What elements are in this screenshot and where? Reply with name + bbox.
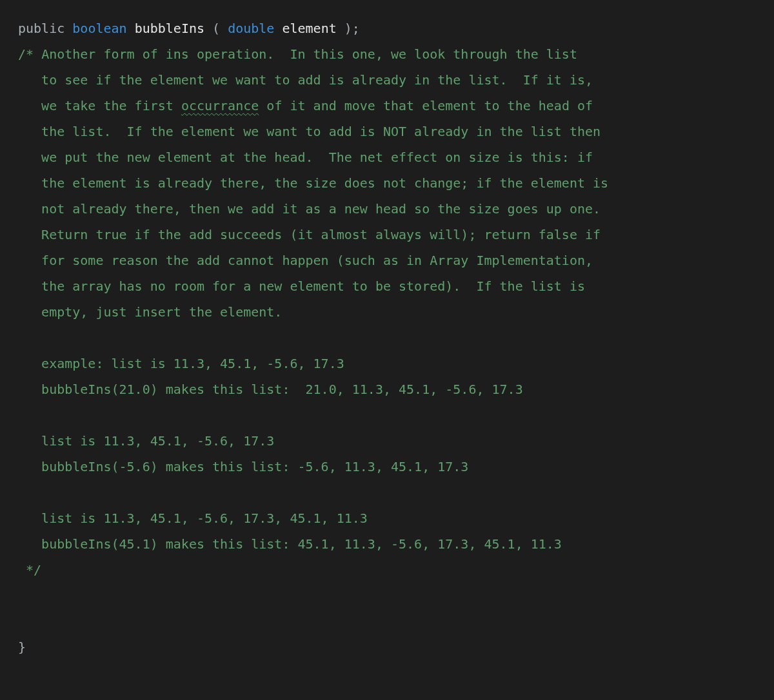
comment-line: bubbleIns(45.1) makes this list: 45.1, 1…: [18, 536, 562, 552]
comment-line: Another form of ins operation. In this o…: [41, 46, 577, 62]
rparen: ): [344, 21, 352, 36]
spellcheck-warning: occurrance: [181, 98, 259, 113]
comment-line: of it and move that element to the head …: [259, 98, 593, 113]
comment-line: we take the first: [18, 98, 181, 113]
comment-line: we put the new element at the head. The …: [18, 150, 593, 165]
comment-line: the list. If the element we want to add …: [18, 124, 600, 139]
comment-line: list is 11.3, 45.1, -5.6, 17.3, 45.1, 11…: [18, 510, 368, 526]
comment-line: for some reason the add cannot happen (s…: [18, 253, 593, 268]
comment-open: /*: [18, 46, 41, 62]
comment-line: empty, just insert the element.: [18, 304, 282, 320]
comment-line: the element is already there, the size d…: [18, 175, 608, 191]
method-name: bubbleIns: [135, 21, 204, 36]
lparen: (: [212, 21, 220, 36]
code-block: public boolean bubbleIns ( double elemen…: [0, 0, 774, 676]
comment-close: */: [18, 562, 41, 578]
keyword-boolean: boolean: [72, 21, 126, 36]
comment-line: to see if the element we want to add is …: [18, 72, 593, 88]
comment-line: list is 11.3, 45.1, -5.6, 17.3: [18, 433, 274, 449]
close-brace: }: [18, 639, 26, 655]
comment-line: bubbleIns(-5.6) makes this list: -5.6, 1…: [18, 459, 468, 474]
param-name: element: [282, 21, 336, 36]
comment-line: bubbleIns(21.0) makes this list: 21.0, 1…: [18, 382, 523, 397]
keyword-double: double: [228, 21, 274, 36]
comment-line: Return true if the add succeeds (it almo…: [18, 227, 600, 242]
keyword-public: public: [18, 21, 64, 36]
semicolon: ;: [352, 21, 360, 36]
comment-line: not already there, then we add it as a n…: [18, 201, 600, 217]
comment-line: example: list is 11.3, 45.1, -5.6, 17.3: [18, 356, 344, 371]
comment-line: the array has no room for a new element …: [18, 278, 585, 294]
